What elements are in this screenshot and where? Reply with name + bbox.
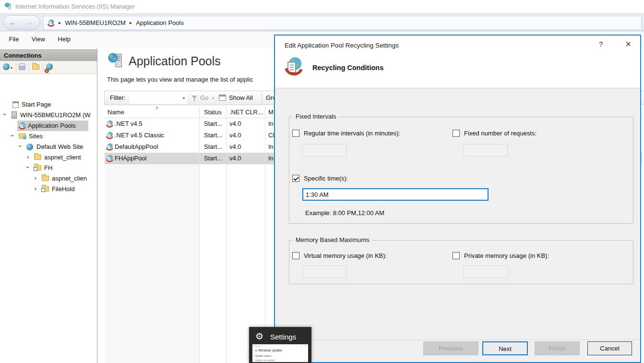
fixed-requests-input[interactable] [464, 144, 508, 157]
tree-item-fh[interactable]: › FH [0, 163, 97, 173]
settings-window-thumbnail[interactable]: Settings – ▢ ✕ ⚙ Windows Update Update s… [252, 344, 308, 362]
tree-item-label: FH [44, 164, 52, 171]
chevron-down-icon[interactable]: ▾ [212, 96, 214, 100]
app-pool-icon [106, 143, 113, 153]
breadcrumb-page[interactable]: Application Pools [136, 19, 184, 26]
app-pool-icon [106, 155, 113, 164]
specific-times-label[interactable]: Specific time(s): [304, 175, 348, 182]
regular-intervals-checkbox[interactable] [292, 130, 299, 137]
sorted-column-tint [105, 164, 199, 363]
cell-clr: v4.0 [229, 132, 241, 139]
regular-intervals-input[interactable] [302, 144, 346, 157]
column-header-pipeline[interactable]: M [268, 109, 274, 116]
chevron-down-icon[interactable]: ▾ [183, 96, 185, 100]
import-folder-button[interactable] [32, 64, 39, 70]
close-icon[interactable]: ✕ [625, 40, 632, 48]
page-title: Application Pools [129, 54, 221, 68]
breadcrumb-server[interactable]: WIN-55BMEU1RO2M [65, 19, 125, 26]
folder-icon [42, 176, 49, 181]
delete-connection-button[interactable]: ✕ [46, 63, 53, 72]
tree-item-filehold[interactable]: › FileHold [0, 184, 97, 194]
column-separator[interactable] [199, 107, 200, 118]
application-pools-page-icon [107, 52, 124, 71]
connections-toolbar: ▾ ✕ [0, 61, 97, 74]
tree-item-aspnet-client[interactable]: › aspnet_client [0, 152, 97, 163]
folder-icon [34, 155, 41, 160]
menu-help[interactable]: Help [52, 31, 76, 48]
tree-item-aspnet-client-nested[interactable]: › aspnet_clien [0, 173, 97, 184]
next-button[interactable]: Next [482, 341, 528, 355]
column-separator[interactable] [226, 107, 227, 118]
tree-item-label: Sites [29, 133, 43, 140]
finish-button[interactable]: Finish [535, 341, 580, 355]
chevron-down-icon[interactable]: ▾ [11, 66, 12, 70]
show-all-button[interactable]: Show All [229, 94, 253, 101]
column-separator [199, 118, 200, 363]
column-separator[interactable] [265, 107, 265, 118]
forward-button[interactable]: → [25, 18, 33, 26]
cell-name: .NET v4.5 [115, 120, 143, 127]
tree-item-server[interactable]: › WIN-55BMEU1RO2M (W [0, 110, 97, 121]
cancel-button[interactable]: Cancel [587, 341, 632, 355]
column-header-name[interactable]: Name [107, 109, 124, 116]
breadcrumb-arrow-icon: ▶ [59, 21, 61, 25]
chevron-down-icon[interactable]: › [24, 165, 32, 170]
recycling-icon [284, 57, 303, 78]
nav-pill: ← → [3, 15, 40, 30]
create-connection-button[interactable] [3, 63, 10, 72]
virtual-memory-input[interactable] [302, 266, 346, 278]
virtual-directory-icon [42, 186, 49, 192]
go-button[interactable]: Go [200, 94, 208, 101]
specific-times-checkbox[interactable] [292, 175, 299, 182]
tree-item-label: aspnet_client [44, 154, 81, 161]
page-description: This page lets you view and manage the l… [107, 76, 253, 83]
cell-status: Start... [204, 132, 222, 139]
thumbnail-window-controls: – ▢ ✕ [297, 345, 307, 347]
chevron-right-icon[interactable]: › [25, 153, 31, 160]
example-text: Example: 8:00 PM,12:00 AM [305, 209, 384, 217]
chevron-down-icon[interactable]: › [9, 133, 16, 139]
previous-button[interactable]: Previous [423, 341, 478, 355]
fixed-requests-label[interactable]: Fixed number of requests: [464, 130, 537, 137]
tree-item-default-web-site[interactable]: › Default Web Site [0, 142, 97, 152]
chevron-right-icon[interactable]: › [33, 185, 38, 192]
filter-input[interactable]: ▾ [130, 93, 187, 104]
column-separator [226, 118, 227, 363]
back-button[interactable]: ← [9, 18, 16, 26]
chevron-down-icon[interactable]: › [1, 112, 9, 118]
column-header-clr[interactable]: .NET CLR... [229, 109, 263, 116]
private-memory-checkbox[interactable] [453, 252, 460, 259]
private-memory-input[interactable] [464, 266, 508, 278]
cell-clr: v4.0 [229, 155, 241, 162]
settings-taskbar-preview[interactable]: ⚙ Settings Settings – ▢ ✕ ⚙ Windows Upda… [249, 327, 311, 363]
column-header-status[interactable]: Status [204, 109, 222, 116]
cell-clr: v4.0 [229, 120, 241, 127]
tree-item-start-page[interactable]: Start Page [0, 99, 97, 110]
dialog-heading: Recycling Conditions [312, 64, 383, 72]
tree-item-sites[interactable]: › Sites [0, 131, 97, 142]
menu-view[interactable]: View [26, 31, 50, 48]
fixed-requests-checkbox[interactable] [453, 130, 460, 137]
memory-maximums-group: Memory Based Maximums Virtual memory usa… [289, 240, 633, 284]
application-pools-icon [47, 19, 55, 27]
regular-intervals-label[interactable]: Regular time intervals (in minutes): [304, 130, 400, 137]
gear-icon: ⚙ [255, 331, 263, 342]
help-button[interactable]: ? [599, 40, 603, 48]
private-memory-label[interactable]: Private memory usage (in KB): [464, 252, 549, 259]
chevron-right-icon[interactable]: › [33, 174, 38, 182]
window-titlebar: Internet Information Services (IIS) Mana… [0, 0, 644, 13]
sort-ascending-icon: ∧ [155, 105, 159, 110]
menu-file[interactable]: File [3, 31, 24, 48]
chevron-down-icon[interactable]: › [17, 144, 24, 149]
cell-clr: v4.0 [229, 143, 241, 150]
address-bar[interactable]: ▶ WIN-55BMEU1RO2M ▶ Application Pools [43, 16, 642, 30]
virtual-memory-label[interactable]: Virtual memory usage (in KB): [304, 252, 387, 259]
virtual-memory-checkbox[interactable] [292, 252, 299, 259]
cell-status: Start... [204, 120, 222, 127]
specific-times-input[interactable] [302, 188, 489, 201]
cell-name: .NET v4.5 Classic [115, 132, 164, 139]
connections-panel: Connections ▾ ✕ Start Page › WIN-55BMEU1… [0, 48, 97, 363]
cell-pipeline: Cl [268, 132, 274, 139]
save-connections-button[interactable] [19, 63, 25, 70]
tree-item-application-pools[interactable]: Application Pools [0, 121, 97, 131]
